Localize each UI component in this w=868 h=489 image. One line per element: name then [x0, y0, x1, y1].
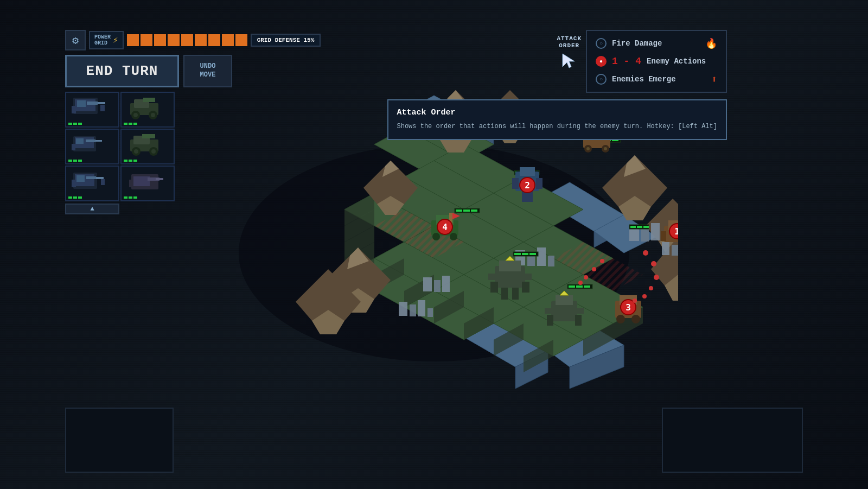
svg-point-201	[654, 275, 659, 280]
svg-rect-9	[143, 98, 155, 102]
svg-rect-17	[86, 139, 95, 142]
power-bar-row: ⚙ POWERGRID ⚡ GRID DEFENSE 15%	[65, 30, 321, 50]
power-seg-1	[127, 34, 139, 46]
svg-rect-132	[456, 209, 462, 212]
hp-dot	[129, 123, 132, 125]
svg-point-168	[450, 233, 457, 240]
svg-rect-19	[72, 144, 75, 150]
hp-dot	[73, 123, 77, 125]
enemies-emerge-label: Enemies Emerge	[612, 75, 706, 84]
attack-order-button[interactable]: ATTACKORDER	[557, 35, 582, 71]
unit-card-2[interactable]	[120, 92, 175, 128]
svg-point-26	[151, 149, 156, 154]
hp-dot	[78, 196, 82, 199]
hp-dot	[129, 160, 132, 162]
svg-rect-188	[545, 308, 552, 314]
unit-card-5[interactable]	[65, 166, 119, 201]
unit-card-3[interactable]	[65, 129, 119, 164]
power-seg-5	[181, 34, 193, 46]
svg-rect-191	[575, 315, 582, 326]
power-seg-3	[154, 34, 166, 46]
grid-defense-value: 15%	[303, 37, 314, 43]
top-right-row: ATTACKORDER ○ Fire Damage 🔥 ● 1 - 4 Enem…	[557, 30, 727, 93]
svg-rect-181	[490, 282, 498, 293]
svg-point-152	[586, 147, 590, 150]
fire-damage-label: Fire Damage	[612, 39, 700, 48]
svg-rect-117	[662, 242, 669, 255]
svg-rect-116	[427, 308, 433, 317]
svg-rect-182	[522, 282, 529, 293]
svg-rect-115	[418, 300, 425, 316]
svg-rect-18	[95, 140, 102, 142]
svg-rect-134	[471, 209, 477, 212]
unit-card-row-1	[65, 92, 321, 128]
unit-6-hp	[124, 196, 137, 199]
unit-1-sprite	[71, 95, 114, 125]
svg-rect-4	[98, 102, 105, 104]
svg-rect-112	[651, 223, 660, 240]
svg-rect-138	[529, 253, 536, 255]
hp-dot	[73, 196, 77, 199]
hp-dot	[124, 123, 127, 125]
svg-point-207	[584, 275, 588, 280]
svg-point-153	[604, 147, 607, 150]
unit-6-sprite	[126, 169, 169, 199]
svg-rect-31	[96, 177, 104, 179]
svg-rect-180	[523, 274, 532, 280]
svg-point-202	[649, 286, 653, 290]
hp-dot	[78, 160, 82, 162]
unit-cards-panel: ▲	[65, 92, 321, 214]
info-panel-body: Shows the order that actions will happen…	[397, 122, 718, 131]
cursor-icon	[559, 52, 579, 71]
svg-rect-30	[86, 176, 96, 179]
bottom-right-panel	[662, 408, 803, 473]
unit-card-1[interactable]	[65, 92, 119, 128]
grid-defense-text: GRID DEFENSE	[257, 37, 304, 43]
enemies-emerge-row: ○ Enemies Emerge ⬆	[596, 73, 717, 85]
unit-card-4[interactable]	[120, 129, 175, 164]
lightning-icon: ⚡	[113, 35, 118, 46]
hp-dot	[68, 196, 72, 199]
unit-card-2-inner	[122, 93, 174, 126]
svg-point-167	[432, 233, 440, 240]
svg-rect-183	[501, 288, 508, 300]
hp-dot	[129, 196, 132, 199]
expand-units-button[interactable]: ▲	[65, 204, 119, 214]
attack-order-cursor-area	[559, 52, 579, 71]
svg-rect-179	[488, 274, 497, 280]
enemy-actions-count: 1 - 4	[612, 56, 641, 67]
hp-dot	[78, 123, 82, 125]
top-left-ui: ⚙ POWERGRID ⚡ GRID DEFENSE 15% End Turn …	[65, 30, 321, 214]
power-grid-text: POWERGRID	[94, 34, 111, 46]
undo-move-button[interactable]: UNDOMOVE	[183, 55, 232, 87]
power-seg-6	[195, 34, 207, 46]
svg-rect-157	[512, 178, 519, 189]
svg-rect-106	[548, 256, 554, 266]
svg-point-13	[151, 113, 155, 117]
fire-damage-row: ○ Fire Damage 🔥	[596, 37, 717, 49]
grid-defense-label: GRID DEFENSE 15%	[251, 34, 321, 47]
hp-dot	[133, 123, 137, 125]
svg-rect-109	[442, 276, 450, 292]
svg-point-206	[592, 267, 596, 271]
svg-rect-113	[399, 302, 407, 316]
info-panel-title: Attack Order	[397, 108, 718, 117]
svg-rect-16	[76, 138, 84, 144]
gear-button[interactable]: ⚙	[65, 30, 86, 50]
end-turn-button[interactable]: End Turn	[65, 55, 179, 87]
svg-rect-22	[142, 134, 155, 138]
unit-card-6[interactable]	[120, 166, 175, 201]
svg-point-208	[578, 281, 583, 285]
svg-rect-38	[129, 180, 133, 187]
svg-rect-142	[643, 226, 649, 228]
unit-2-hp	[124, 123, 137, 125]
attack-order-info-panel: Attack Order Shows the order that action…	[387, 99, 727, 140]
unit-card-1-inner	[66, 93, 118, 126]
svg-rect-105	[537, 247, 546, 266]
svg-point-204	[633, 299, 637, 303]
power-seg-2	[141, 34, 152, 46]
svg-point-205	[600, 259, 604, 263]
svg-rect-114	[410, 304, 416, 316]
svg-rect-173	[661, 231, 666, 241]
svg-rect-5	[72, 106, 76, 113]
